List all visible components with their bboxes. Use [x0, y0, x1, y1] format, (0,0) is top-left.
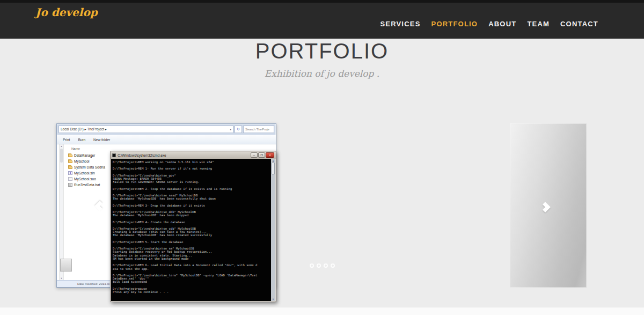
terminal-scrollbar: ▲ ▼ [271, 159, 275, 301]
scroll-up-icon: ▲ [272, 159, 274, 162]
cmd-title-text: C:\Windows\system32\cmd.exe [118, 153, 166, 157]
file-row: RunTestData.bat [64, 182, 115, 188]
sln-icon [68, 171, 72, 175]
file-list: DataManagerMySchoolSystem Data SednaMySc… [64, 152, 115, 188]
site-header: Jo develop SERVICESPORTFOLIOABOUTTEAMCON… [0, 0, 644, 39]
scroll-down-icon: ▼ [61, 277, 63, 280]
explorer-search-input: Search TheProje [243, 126, 274, 133]
nav-item-about[interactable]: ABOUT [488, 20, 516, 28]
chevron-right-icon [540, 202, 551, 213]
toolbar-burn: Burn [78, 138, 85, 142]
file-row: MySchool.suo [64, 176, 115, 182]
file-row: System Data Sedna [64, 164, 115, 170]
minimize-button: – [251, 152, 258, 158]
scrollbar-thumb [60, 149, 63, 163]
nav-item-services[interactable]: SERVICES [380, 20, 420, 28]
page-title: PORTFOLIO [0, 39, 644, 63]
terminal: D:\TheProject>REM working on "sedna 3.5.… [111, 159, 275, 301]
folder-icon [68, 155, 72, 157]
carousel-next-button[interactable] [534, 197, 558, 221]
folder-icon [68, 166, 72, 169]
file-name: System Data Sedna [74, 165, 105, 169]
footer-strip [0, 307, 644, 315]
file-row: MySchool.sln [64, 170, 115, 176]
scroll-down-icon: ▼ [272, 298, 274, 301]
page-subtitle: Exhibition of jo develop . [0, 68, 644, 79]
carousel-dot-2[interactable] [317, 263, 321, 268]
bat-icon [68, 183, 72, 187]
suo-icon [68, 177, 72, 181]
restore-button: ❐ [258, 152, 265, 158]
carousel-prev-button[interactable] [87, 196, 111, 220]
window-buttons: –❐✕ [251, 152, 274, 158]
carousel-dot-3[interactable] [324, 263, 328, 268]
file-name: MySchool.sln [74, 171, 95, 175]
breadcrumb: Local Disc (D:) ▸ TheProject ▸ ▾ [58, 126, 233, 133]
carousel-dot-4[interactable] [331, 263, 335, 268]
refresh-icon: ↻ [235, 126, 242, 133]
cmd-titlebar: C:\Windows\system32\cmd.exe –❐✕ [111, 151, 276, 159]
folder-icon [68, 160, 72, 163]
file-name: MySchool [74, 159, 90, 163]
main-nav: SERVICESPORTFOLIOABOUTTEAMCONTACT [380, 20, 598, 28]
chevron-left-icon [94, 201, 105, 211]
page: Jo develop SERVICESPORTFOLIOABOUTTEAMCON… [0, 0, 644, 315]
toolbar-print: Print [63, 138, 70, 142]
nav-item-team[interactable]: TEAM [527, 20, 550, 28]
file-row: DataManager [64, 152, 115, 158]
cmd-window: C:\Windows\system32\cmd.exe –❐✕ D:\ThePr… [110, 151, 276, 302]
site-logo[interactable]: Jo develop [35, 6, 98, 19]
scroll-up-icon: ▲ [61, 145, 63, 148]
file-name: MySchool.suo [74, 177, 96, 181]
breadcrumb-text: Local Disc (D:) ▸ TheProject ▸ [61, 127, 107, 131]
file-row: MySchool [64, 158, 115, 164]
file-name: DataManager [74, 153, 95, 157]
close-button: ✕ [266, 152, 274, 158]
file-name: RunTestData.bat [74, 183, 100, 187]
terminal-output: D:\TheProject>REM working on "sedna 3.5.… [111, 159, 275, 294]
scrollbar-thumb [272, 163, 275, 174]
chevron-down-icon: ▾ [230, 128, 231, 131]
carousel-dot-1[interactable] [310, 263, 314, 268]
explorer-address-row: Local Disc (D:) ▸ TheProject ▸ ▾ ↻ Searc… [57, 124, 276, 135]
nav-item-portfolio[interactable]: PORTFOLIO [431, 20, 478, 28]
carousel-dots [0, 263, 644, 268]
column-header-name: Name [64, 145, 115, 152]
nav-item-contact[interactable]: CONTACT [560, 20, 598, 28]
cmd-icon [112, 153, 116, 157]
explorer-toolbar: PrintBurnNew folder [57, 135, 276, 144]
toolbar-new-folder: New folder [93, 138, 110, 142]
